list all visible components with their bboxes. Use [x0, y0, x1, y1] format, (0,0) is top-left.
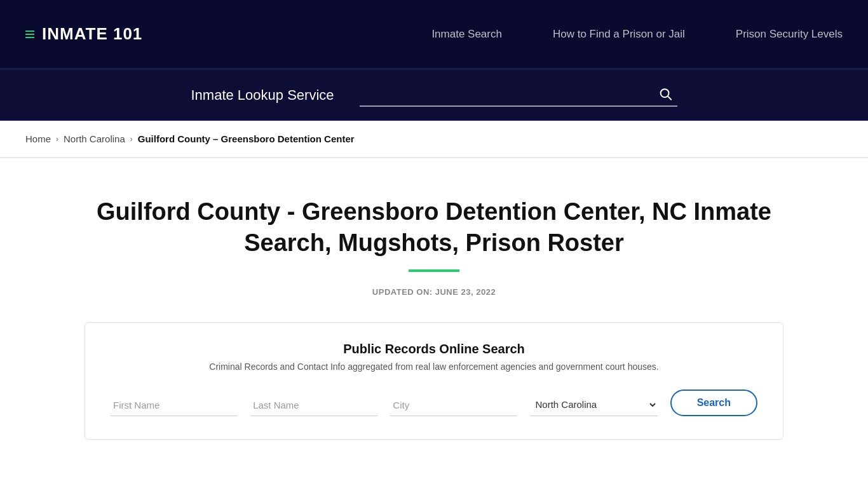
first-name-field — [111, 395, 238, 416]
svg-line-1 — [668, 96, 671, 99]
city-input[interactable] — [390, 395, 517, 416]
logo-icon — [25, 30, 34, 38]
main-content: Guilford County - Greensboro Detention C… — [0, 158, 868, 465]
state-field: AlabamaAlaskaArizonaArkansasCaliforniaCo… — [530, 393, 657, 416]
breadcrumb-current: Guilford County – Greensboro Detention C… — [138, 133, 355, 144]
search-bar-label: Inmate Lookup Service — [191, 87, 334, 104]
nav-link-list: Inmate Search How to Find a Prison or Ja… — [431, 28, 843, 41]
search-button[interactable]: Search — [670, 390, 757, 416]
breadcrumb: Home › North Carolina › Guilford County … — [25, 133, 843, 144]
state-select[interactable]: AlabamaAlaskaArizonaArkansasCaliforniaCo… — [530, 393, 657, 416]
breadcrumb-state[interactable]: North Carolina — [64, 133, 125, 144]
search-bar-container — [360, 84, 677, 107]
public-records-form: AlabamaAlaskaArizonaArkansasCaliforniaCo… — [111, 390, 757, 416]
site-logo[interactable]: INMATE 101 — [25, 24, 142, 44]
title-underline — [409, 269, 459, 272]
search-bar-input[interactable] — [360, 84, 677, 107]
search-bar-section: Inmate Lookup Service — [0, 70, 868, 121]
search-icon[interactable] — [658, 86, 672, 104]
nav-link-how-to-find[interactable]: How to Find a Prison or Jail — [553, 28, 685, 40]
logo-text: INMATE 101 — [42, 24, 142, 44]
city-field — [390, 395, 517, 416]
breadcrumb-section: Home › North Carolina › Guilford County … — [0, 121, 868, 158]
first-name-input[interactable] — [111, 395, 238, 416]
nav-link-inmate-search[interactable]: Inmate Search — [431, 28, 502, 40]
public-records-title: Public Records Online Search — [111, 342, 757, 356]
breadcrumb-home[interactable]: Home — [25, 133, 51, 144]
nav-link-security-levels[interactable]: Prison Security Levels — [736, 28, 843, 40]
public-records-subtitle: Criminal Records and Contact Info aggreg… — [111, 362, 757, 372]
last-name-field — [250, 395, 377, 416]
updated-date: UPDATED ON: JUNE 23, 2022 — [25, 287, 843, 297]
breadcrumb-separator-1: › — [56, 135, 58, 144]
last-name-input[interactable] — [250, 395, 377, 416]
breadcrumb-separator-2: › — [130, 135, 133, 144]
page-title: Guilford County - Greensboro Detention C… — [85, 196, 783, 259]
top-navigation: INMATE 101 Inmate Search How to Find a P… — [0, 0, 868, 70]
public-records-box: Public Records Online Search Criminal Re… — [85, 322, 783, 440]
